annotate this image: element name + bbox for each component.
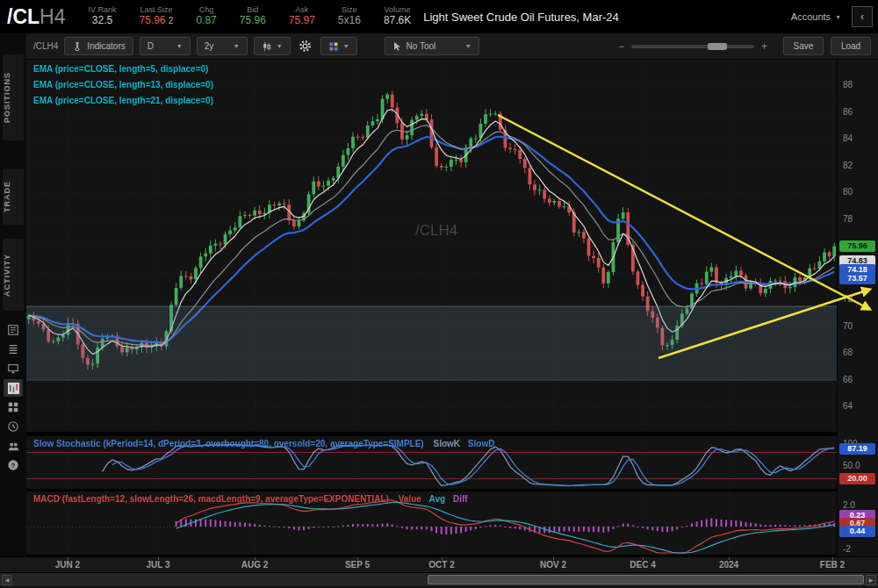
price-bubble: 75.96 (839, 240, 875, 252)
time-axis-label: OCT 2 (422, 560, 461, 570)
sidebar-tab-positions[interactable]: POSITIONS (3, 54, 24, 140)
time-axis-label: 2024 (709, 560, 748, 570)
left-sidebar: POSITIONS TRADE ACTIVITY (0, 33, 26, 572)
price-tick: 82 (843, 161, 853, 170)
macd-avg-legend: Avg (429, 494, 446, 504)
price-tick: 72 (843, 294, 853, 304)
news-icon[interactable] (4, 321, 23, 339)
ema5-indicator-label[interactable]: EMA (price=CLOSE, length=5, displace=0) (33, 64, 208, 74)
macd-diff-legend: Diff (453, 494, 468, 504)
timeframe-dropdown[interactable]: D ▼ (140, 37, 191, 55)
time-axis-label: DEC 4 (623, 560, 662, 570)
chart-scrollbar: ◀ ▶ (0, 572, 878, 586)
stat-chg: Chg 0.87 (196, 6, 216, 26)
macd-value-legend: Value (399, 494, 421, 504)
stoch-tick: 50.0 (843, 461, 860, 470)
stat-ask: Ask 75.97 (289, 6, 315, 26)
chevron-down-icon: ▼ (277, 43, 283, 49)
grid-icon (328, 41, 339, 52)
zoom-out-button[interactable]: − (618, 40, 624, 53)
stoch-bubble: 20.00 (839, 473, 875, 484)
symbol-title: /CLH4 (7, 5, 65, 29)
symbol-contract: H4 (40, 5, 65, 28)
chart-panel: EMA (price=CLOSE, length=5, displace=0) … (26, 60, 837, 556)
ema13-indicator-label[interactable]: EMA (price=CLOSE, length=13, displace=0) (33, 80, 213, 90)
time-axis-label: NOV 2 (534, 560, 572, 570)
price-tick: 86 (843, 107, 853, 117)
macd-tick: 2.0 (843, 500, 855, 510)
slowk-legend: SlowK (433, 439, 460, 448)
accounts-dropdown[interactable]: Accounts ▼ (791, 11, 841, 22)
price-tick: 78 (843, 214, 853, 224)
time-axis-label: JUN 2 (48, 560, 87, 570)
zoom-slider-handle[interactable] (708, 43, 727, 50)
help-icon[interactable]: ? (4, 456, 23, 474)
slowd-legend: SlowD (468, 439, 495, 448)
time-axis-label: JUL 3 (139, 560, 177, 570)
instrument-name: Light Sweet Crude Oil Futures, Mar-24 (423, 11, 619, 24)
load-button[interactable]: Load (831, 37, 871, 55)
stochastic-indicator-label[interactable]: Slow Stochastic (kPeriod=14, dPeriod=3, … (33, 439, 494, 448)
grid-icon[interactable] (4, 398, 23, 416)
stat-volume: Volume 87.6K (384, 6, 411, 26)
flask-icon (72, 41, 83, 52)
quote-header: /CLH4 IV Rank 32.5 Last Size 75.96 2 Chg… (0, 0, 878, 33)
price-tick: 80 (843, 187, 853, 197)
ema21-indicator-label[interactable]: EMA (price=CLOSE, length=21, displace=0) (33, 96, 213, 105)
chart-icon[interactable] (4, 379, 23, 397)
macd-tick: -2 (843, 544, 851, 554)
sidebar-tab-activity[interactable]: ACTIVITY (3, 239, 24, 311)
monitor-icon[interactable] (4, 360, 23, 377)
chevron-down-icon: ▼ (440, 43, 471, 49)
svg-text:?: ? (11, 462, 16, 470)
grid-layout-dropdown[interactable]: ▼ (320, 37, 357, 55)
stat-bid: Bid 75.96 (240, 6, 266, 26)
price-tick: 68 (843, 348, 853, 357)
time-axis-label: FEB 2 (813, 560, 852, 570)
scrollbar-handle[interactable] (428, 575, 864, 584)
price-tick: 66 (843, 375, 853, 384)
chevron-down-icon: ▼ (835, 14, 841, 20)
indicators-button[interactable]: Indicators (64, 37, 133, 55)
zoom-slider[interactable] (631, 45, 754, 48)
range-dropdown[interactable]: 2y ▼ (197, 37, 248, 55)
scroll-left-arrow[interactable]: ◀ (2, 575, 12, 585)
chart-style-dropdown[interactable]: ▼ (254, 37, 291, 55)
price-axis: 888684828078727068666475.9674.8374.1873.… (837, 60, 878, 556)
price-bubble: 73.57 (839, 273, 875, 284)
chart-toolbar: /CLH4 Indicators D ▼ 2y ▼ ▼ ▼ No Tool ▼ (26, 33, 878, 60)
sidebar-tab-trade[interactable]: TRADE (3, 169, 24, 225)
trading-platform-window: /CLH4 IV Rank 32.5 Last Size 75.96 2 Chg… (0, 0, 878, 588)
price-tick: 70 (843, 321, 853, 331)
stat-last-size: Last Size 75.96 2 (139, 6, 173, 26)
time-axis-label: AUG 2 (235, 560, 274, 570)
community-icon[interactable] (4, 437, 23, 455)
price-tick: 64 (843, 401, 853, 411)
ladder-icon[interactable] (4, 341, 23, 358)
candlestick-icon (262, 41, 272, 52)
save-button[interactable]: Save (783, 37, 824, 55)
macd-bubble: 0.44 (839, 526, 875, 537)
time-axis-label: SEP 5 (338, 560, 377, 570)
stat-iv-rank: IV Rank 32.5 (88, 6, 116, 26)
clock-icon[interactable] (4, 418, 23, 435)
stat-size: Size 5x16 (338, 6, 361, 26)
time-axis: JUN 2JUL 3AUG 2SEP 5OCT 2NOV 2DEC 42024F… (0, 556, 878, 572)
cursor-icon (392, 41, 402, 51)
toolbar-symbol-label: /CLH4 (33, 41, 58, 51)
settings-gear-icon[interactable] (297, 38, 314, 55)
stoch-bubble: 87.19 (839, 443, 875, 455)
price-chart-canvas[interactable] (26, 60, 837, 556)
price-tick: 84 (843, 133, 853, 143)
symbol-root: /CL (7, 5, 40, 28)
collapse-panel-button[interactable]: ‹ (852, 6, 873, 27)
chevron-down-icon: ▼ (218, 43, 239, 49)
drawing-tool-dropdown[interactable]: No Tool ▼ (385, 37, 479, 55)
chevron-down-icon: ▼ (343, 43, 349, 49)
macd-indicator-label[interactable]: MACD (fastLength=12, slowLength=26, macd… (33, 494, 468, 504)
scroll-right-arrow[interactable]: ▶ (866, 575, 876, 585)
chevron-down-icon: ▼ (158, 43, 183, 49)
zoom-in-button[interactable]: + (761, 40, 767, 53)
price-tick: 88 (843, 80, 853, 90)
